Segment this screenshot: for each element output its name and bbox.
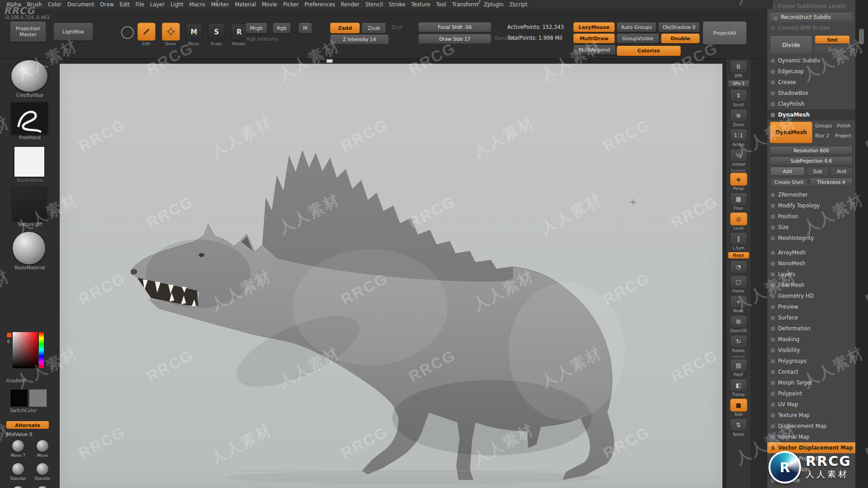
menu-item-preferences[interactable]: Preferences [304,1,335,8]
suv-toggle[interactable]: Suv [815,45,849,53]
shelf-item-polyf[interactable]: Line Fill▤PolyF [730,355,747,377]
menu-item-file[interactable]: File [136,1,144,8]
project-toggle[interactable]: Project [835,133,851,138]
tool-panel-row-masking[interactable]: Masking [767,334,855,345]
zadd-button[interactable]: Zadd [330,23,360,33]
draw-button[interactable] [162,23,180,41]
thickness-slider[interactable]: Thickness 4 [810,178,853,187]
tool-panel-row-polygroups[interactable]: Polygroups [767,356,855,366]
dynamesh-button[interactable]: DynaMesh [770,122,812,143]
lazymouse-button[interactable]: LazyMouse [573,22,615,32]
shelf-item-bpr[interactable]: BBPR [730,60,747,78]
gxyz-pill[interactable]: Gxyz [728,252,749,258]
tool-panel-row-normal-map[interactable]: Normal Map [767,432,855,442]
shelf-item-floor[interactable]: ▦Floor [730,192,747,211]
current-alpha-thumbnail[interactable] [14,146,45,177]
double-button[interactable]: Double [661,33,700,43]
document-scroll-handle[interactable] [326,59,333,63]
sub-button[interactable]: Sub [807,167,829,176]
shelf-item-move[interactable]: +Move [730,295,747,313]
hue-strip[interactable] [39,332,44,368]
midvalue-slider[interactable]: MidValue 0 [6,432,33,437]
tool-panel-row-preview[interactable]: Preview [767,301,855,312]
tool-panel-row-layers[interactable]: Layers [767,269,855,280]
multidraw-button[interactable]: MultiDraw [573,33,615,43]
shelf-item-transp[interactable]: ◧Transp [730,379,747,397]
tool-panel-row-displacement-map[interactable]: Displacement Map [767,421,855,432]
current-material-thumbnail[interactable] [12,231,46,265]
menu-item-tool[interactable]: Tool [436,1,446,8]
multiappend-button[interactable]: MultiAppend [573,45,616,55]
tool-panel-row-geometry-hd[interactable]: Geometry HD [767,291,855,301]
shelf-item-solo[interactable]: ■Solo [730,399,747,417]
m-button[interactable]: M [298,23,312,33]
shelf-item-gxyz[interactable]: Gxyz [728,252,749,258]
menu-item-material[interactable]: Material [235,1,256,8]
color-picker[interactable]: 0 [6,332,52,376]
hyena-creature-model[interactable] [60,64,722,488]
tool-panel-row-shadowbox[interactable]: ShadowBox [767,88,855,99]
create-shell-button[interactable]: Create Shell [770,178,808,187]
shelf-item-xpose[interactable]: ⇅Xpose [730,418,747,436]
menu-item-macro[interactable]: Macro [189,1,205,8]
scale-button[interactable]: S [208,23,225,41]
current-texture-thumbnail[interactable] [12,187,47,221]
tool-panel-row-fibermesh[interactable]: FiberMesh [767,280,855,291]
sculpt-viewport[interactable] [60,64,722,488]
subprojection-slider[interactable]: SubProjection 0.6 [770,156,853,165]
tool-panel-row-arraymesh[interactable]: ArrayMesh [767,247,855,258]
menu-item-color[interactable]: Color [48,1,61,8]
objshadow-button[interactable]: ObjShadow 0 [658,22,700,32]
quick-brush-morph[interactable]: Morph [7,486,29,488]
shelf-item-rotate[interactable]: ↻Rotate [730,335,747,353]
tool-panel-row-morph-target[interactable]: Morph Target [767,377,855,388]
mrgb-button[interactable]: Mrgb [245,23,267,33]
quick-brush-move[interactable]: Move [32,440,53,462]
tool-panel-row-position[interactable]: Position [767,211,855,222]
projection-master-button[interactable]: Projection Master [10,21,46,42]
secondary-color-swatch[interactable] [29,389,47,407]
colorize-button[interactable]: Colorize [617,46,681,56]
lightbox-button[interactable]: LightBox [53,23,93,41]
tool-panel-row-nanomesh[interactable]: NanoMesh [767,258,855,269]
groups-toggle[interactable]: Groups [815,123,832,128]
blur-slider[interactable]: Blur 2 [815,133,829,138]
menu-item-transform[interactable]: Transform [452,1,478,8]
menu-item-marker[interactable]: Marker [211,1,229,8]
polish-toggle[interactable]: Polish [837,123,850,128]
spix-slider[interactable]: SPix 3 [728,80,750,87]
quick-brush-standar[interactable]: Standar [32,463,53,485]
z-intensity-slider[interactable]: Z Intensity 14 [330,34,389,44]
current-stroke-thumbnail[interactable] [11,102,48,135]
add-button[interactable]: Add [770,167,805,176]
shelf-item-persp[interactable]: Dynamic◈Persp [730,169,747,191]
menu-item-draw[interactable]: Draw [100,1,114,8]
resolution-slider[interactable]: Resolution 600 [770,146,853,155]
quick-brush-inflat[interactable]: Inflat [32,486,53,488]
shelf-item-local[interactable]: ◎Local [730,212,747,230]
shelf-item-aahalf[interactable]: ½AAHalf [730,149,747,167]
menu-item-document[interactable]: Document [67,1,94,8]
tool-panel-row-meshintegrity[interactable]: MeshIntegrity [767,233,855,244]
menu-item-stroke[interactable]: Stroke [389,1,406,8]
edit-button[interactable] [137,23,156,41]
tool-panel-row-uv-map[interactable]: UV Map [767,399,855,410]
menu-item-picker[interactable]: Picker [283,1,298,8]
shelf-item-spix-3[interactable]: SPix 3 [728,80,750,87]
divide-button[interactable]: Divide [770,35,812,54]
shelf-item-l-sym[interactable]: ∥L.Sym [730,232,747,250]
tool-panel-row-polypaint[interactable]: Polypaint [767,388,855,399]
shelf-item-zoom[interactable]: ⊕Zoom [730,109,747,127]
menu-item-texture[interactable]: Texture [411,1,430,8]
menu-item-light[interactable]: Light [170,1,184,8]
auto-groups-button[interactable]: Auto Groups [617,22,656,32]
shelf-item-scroll[interactable]: ⇕Scroll [730,89,747,107]
menu-item-layer[interactable]: Layer [150,1,165,8]
menu-item-zscript[interactable]: Zscript [509,1,528,8]
tool-panel-row-convert-bpr-to-geo[interactable]: Convert BPR To Geo [767,23,855,33]
groupvisible-button[interactable]: GroupVisible [617,33,659,43]
quick-brush-standar[interactable]: Standar [7,463,29,485]
menu-item-stencil[interactable]: Stencil [365,1,383,8]
tool-panel-row-modify-topology[interactable]: Modify Topology [767,200,855,211]
tool-panel-row-claypolish[interactable]: ClayPolish [767,99,855,109]
